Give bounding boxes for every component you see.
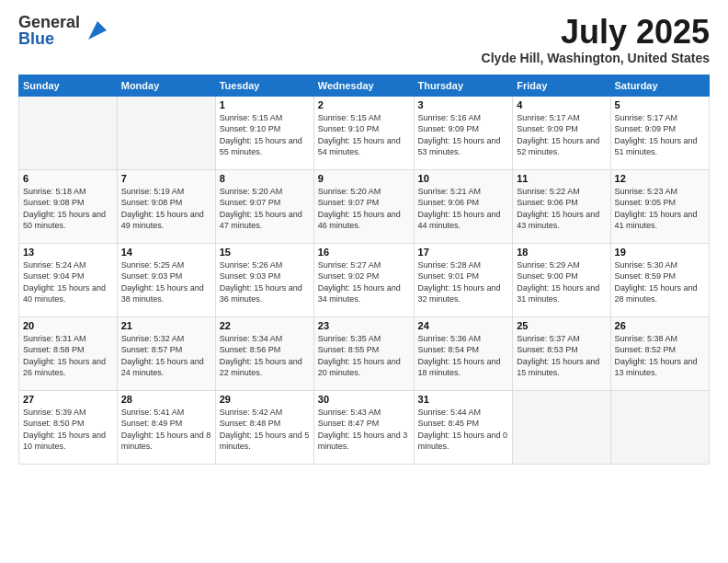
day-info: Sunrise: 5:35 AMSunset: 8:55 PMDaylight:… xyxy=(318,333,410,379)
day-info: Sunrise: 5:15 AMSunset: 9:10 PMDaylight:… xyxy=(220,112,310,158)
table-row: 21Sunrise: 5:32 AMSunset: 8:57 PMDayligh… xyxy=(117,316,215,390)
day-number: 20 xyxy=(23,320,113,331)
day-info: Sunrise: 5:26 AMSunset: 9:03 PMDaylight:… xyxy=(220,259,310,305)
logo: General Blue xyxy=(18,14,111,47)
col-wednesday: Wednesday xyxy=(313,75,414,96)
table-row: 15Sunrise: 5:26 AMSunset: 9:03 PMDayligh… xyxy=(215,243,313,316)
day-info: Sunrise: 5:29 AMSunset: 9:00 PMDaylight:… xyxy=(517,259,606,305)
col-tuesday: Tuesday xyxy=(215,75,313,96)
calendar-week-1: 1Sunrise: 5:15 AMSunset: 9:10 PMDaylight… xyxy=(19,96,710,169)
day-number: 30 xyxy=(318,394,410,405)
day-info: Sunrise: 5:19 AMSunset: 9:08 PMDaylight:… xyxy=(121,186,211,232)
day-number: 13 xyxy=(23,247,113,258)
table-row: 16Sunrise: 5:27 AMSunset: 9:02 PMDayligh… xyxy=(313,243,414,316)
day-info: Sunrise: 5:43 AMSunset: 8:47 PMDaylight:… xyxy=(318,407,410,453)
day-info: Sunrise: 5:28 AMSunset: 9:01 PMDaylight:… xyxy=(418,259,509,305)
day-info: Sunrise: 5:42 AMSunset: 8:48 PMDaylight:… xyxy=(220,407,310,453)
day-number: 10 xyxy=(418,173,509,184)
table-row: 13Sunrise: 5:24 AMSunset: 9:04 PMDayligh… xyxy=(19,243,118,316)
day-info: Sunrise: 5:15 AMSunset: 9:10 PMDaylight:… xyxy=(318,112,410,158)
location-title: Clyde Hill, Washington, United States xyxy=(482,51,710,65)
table-row: 25Sunrise: 5:37 AMSunset: 8:53 PMDayligh… xyxy=(513,316,610,390)
calendar-week-2: 6Sunrise: 5:18 AMSunset: 9:08 PMDaylight… xyxy=(19,169,710,243)
calendar: Sunday Monday Tuesday Wednesday Thursday… xyxy=(18,75,710,465)
calendar-week-5: 27Sunrise: 5:39 AMSunset: 8:50 PMDayligh… xyxy=(19,390,710,464)
day-number: 11 xyxy=(517,173,606,184)
day-number: 19 xyxy=(615,247,705,258)
table-row: 6Sunrise: 5:18 AMSunset: 9:08 PMDaylight… xyxy=(19,169,118,243)
table-row: 7Sunrise: 5:19 AMSunset: 9:08 PMDaylight… xyxy=(117,169,215,243)
table-row xyxy=(19,96,118,169)
day-info: Sunrise: 5:21 AMSunset: 9:06 PMDaylight:… xyxy=(418,186,509,232)
page: General Blue July 2025 Clyde Hill, Washi… xyxy=(0,0,728,563)
day-number: 24 xyxy=(418,320,509,331)
table-row xyxy=(610,390,709,464)
day-info: Sunrise: 5:17 AMSunset: 9:09 PMDaylight:… xyxy=(517,112,606,158)
day-info: Sunrise: 5:36 AMSunset: 8:54 PMDaylight:… xyxy=(418,333,509,379)
day-number: 26 xyxy=(615,320,705,331)
day-number: 3 xyxy=(418,99,509,110)
table-row: 2Sunrise: 5:15 AMSunset: 9:10 PMDaylight… xyxy=(313,96,414,169)
table-row: 28Sunrise: 5:41 AMSunset: 8:49 PMDayligh… xyxy=(117,390,215,464)
table-row xyxy=(513,390,610,464)
table-row: 29Sunrise: 5:42 AMSunset: 8:48 PMDayligh… xyxy=(215,390,313,464)
day-number: 7 xyxy=(121,173,211,184)
day-info: Sunrise: 5:31 AMSunset: 8:58 PMDaylight:… xyxy=(23,333,113,379)
day-info: Sunrise: 5:38 AMSunset: 8:52 PMDaylight:… xyxy=(615,333,705,379)
day-info: Sunrise: 5:41 AMSunset: 8:49 PMDaylight:… xyxy=(121,407,211,453)
day-info: Sunrise: 5:18 AMSunset: 9:08 PMDaylight:… xyxy=(23,186,113,232)
day-number: 29 xyxy=(220,394,310,405)
day-number: 17 xyxy=(418,247,509,258)
table-row: 14Sunrise: 5:25 AMSunset: 9:03 PMDayligh… xyxy=(117,243,215,316)
day-info: Sunrise: 5:17 AMSunset: 9:09 PMDaylight:… xyxy=(615,112,705,158)
day-info: Sunrise: 5:30 AMSunset: 8:59 PMDaylight:… xyxy=(615,259,705,305)
table-row: 24Sunrise: 5:36 AMSunset: 8:54 PMDayligh… xyxy=(414,316,513,390)
day-info: Sunrise: 5:24 AMSunset: 9:04 PMDaylight:… xyxy=(23,259,113,305)
svg-marker-0 xyxy=(88,21,107,40)
calendar-header: Sunday Monday Tuesday Wednesday Thursday… xyxy=(19,75,710,96)
logo-text: General Blue xyxy=(18,14,80,47)
table-row: 30Sunrise: 5:43 AMSunset: 8:47 PMDayligh… xyxy=(313,390,414,464)
day-number: 23 xyxy=(318,320,410,331)
day-info: Sunrise: 5:20 AMSunset: 9:07 PMDaylight:… xyxy=(318,186,410,232)
table-row: 26Sunrise: 5:38 AMSunset: 8:52 PMDayligh… xyxy=(610,316,709,390)
logo-general: General xyxy=(18,14,80,30)
calendar-body: 1Sunrise: 5:15 AMSunset: 9:10 PMDaylight… xyxy=(19,96,710,464)
table-row: 3Sunrise: 5:16 AMSunset: 9:09 PMDaylight… xyxy=(414,96,513,169)
calendar-week-3: 13Sunrise: 5:24 AMSunset: 9:04 PMDayligh… xyxy=(19,243,710,316)
day-info: Sunrise: 5:37 AMSunset: 8:53 PMDaylight:… xyxy=(517,333,606,379)
day-number: 27 xyxy=(23,394,113,405)
table-row xyxy=(117,96,215,169)
table-row: 10Sunrise: 5:21 AMSunset: 9:06 PMDayligh… xyxy=(414,169,513,243)
month-title: July 2025 xyxy=(482,14,710,51)
table-row: 5Sunrise: 5:17 AMSunset: 9:09 PMDaylight… xyxy=(610,96,709,169)
col-saturday: Saturday xyxy=(610,75,709,96)
table-row: 12Sunrise: 5:23 AMSunset: 9:05 PMDayligh… xyxy=(610,169,709,243)
table-row: 8Sunrise: 5:20 AMSunset: 9:07 PMDaylight… xyxy=(215,169,313,243)
table-row: 4Sunrise: 5:17 AMSunset: 9:09 PMDaylight… xyxy=(513,96,610,169)
col-monday: Monday xyxy=(117,75,215,96)
day-info: Sunrise: 5:22 AMSunset: 9:06 PMDaylight:… xyxy=(517,186,606,232)
col-friday: Friday xyxy=(513,75,610,96)
table-row: 17Sunrise: 5:28 AMSunset: 9:01 PMDayligh… xyxy=(414,243,513,316)
day-number: 18 xyxy=(517,247,606,258)
day-number: 14 xyxy=(121,247,211,258)
day-info: Sunrise: 5:27 AMSunset: 9:02 PMDaylight:… xyxy=(318,259,410,305)
day-info: Sunrise: 5:20 AMSunset: 9:07 PMDaylight:… xyxy=(220,186,310,232)
table-row: 22Sunrise: 5:34 AMSunset: 8:56 PMDayligh… xyxy=(215,316,313,390)
table-row: 19Sunrise: 5:30 AMSunset: 8:59 PMDayligh… xyxy=(610,243,709,316)
day-info: Sunrise: 5:23 AMSunset: 9:05 PMDaylight:… xyxy=(615,186,705,232)
col-thursday: Thursday xyxy=(414,75,513,96)
table-row: 20Sunrise: 5:31 AMSunset: 8:58 PMDayligh… xyxy=(19,316,118,390)
day-number: 22 xyxy=(220,320,310,331)
day-number: 21 xyxy=(121,320,211,331)
table-row: 1Sunrise: 5:15 AMSunset: 9:10 PMDaylight… xyxy=(215,96,313,169)
day-info: Sunrise: 5:16 AMSunset: 9:09 PMDaylight:… xyxy=(418,112,509,158)
day-number: 12 xyxy=(615,173,705,184)
header-row: Sunday Monday Tuesday Wednesday Thursday… xyxy=(19,75,710,96)
day-number: 16 xyxy=(318,247,410,258)
table-row: 27Sunrise: 5:39 AMSunset: 8:50 PMDayligh… xyxy=(19,390,118,464)
day-number: 9 xyxy=(318,173,410,184)
day-number: 1 xyxy=(220,99,310,110)
day-info: Sunrise: 5:34 AMSunset: 8:56 PMDaylight:… xyxy=(220,333,310,379)
